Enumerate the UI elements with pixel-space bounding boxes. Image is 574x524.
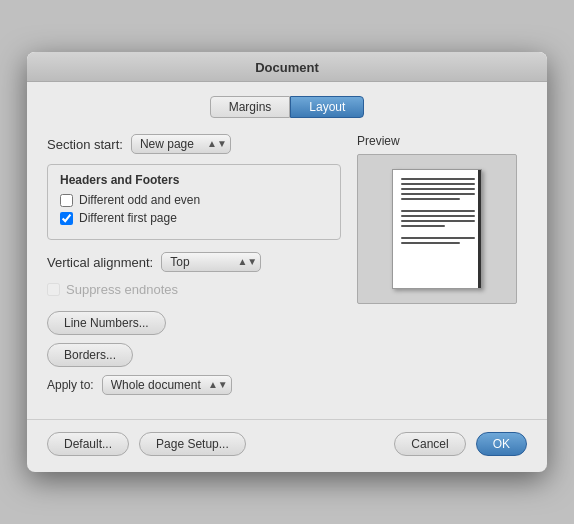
odd-even-checkbox[interactable] [60, 194, 73, 207]
preview-line-10 [401, 237, 475, 239]
tab-bar: Margins Layout [47, 96, 527, 118]
headers-footers-title: Headers and Footers [60, 173, 328, 187]
apply-to-select-wrap: Whole document This section This point f… [102, 375, 232, 395]
tab-layout[interactable]: Layout [290, 96, 364, 118]
cancel-button[interactable]: Cancel [394, 432, 465, 456]
preview-line-1 [401, 178, 475, 180]
preview-line-4 [401, 193, 475, 195]
apply-to-label: Apply to: [47, 378, 94, 392]
dialog-title: Document [27, 52, 547, 82]
preview-line-7 [401, 215, 475, 217]
preview-line-2 [401, 183, 475, 185]
vertical-alignment-select-wrap: Top Center Justified Bottom ▲▼ [161, 252, 261, 272]
first-page-checkbox[interactable] [60, 212, 73, 225]
vertical-alignment-label: Vertical alignment: [47, 255, 153, 270]
section-start-select[interactable]: New page Continuous New column Even page… [131, 134, 231, 154]
first-page-label: Different first page [79, 211, 177, 225]
preview-spacer [401, 203, 475, 207]
preview-box [357, 154, 517, 304]
section-start-label: Section start: [47, 137, 123, 152]
apply-to-select[interactable]: Whole document This section This point f… [102, 375, 232, 395]
preview-label: Preview [357, 134, 527, 148]
dialog-footer: Default... Page Setup... Cancel OK [27, 419, 547, 472]
preview-line-9 [401, 225, 445, 227]
first-page-row: Different first page [60, 211, 328, 225]
preview-page [392, 169, 482, 289]
page-setup-button[interactable]: Page Setup... [139, 432, 246, 456]
odd-even-row: Different odd and even [60, 193, 328, 207]
preview-line-6 [401, 210, 475, 212]
footer-left-buttons: Default... Page Setup... [47, 432, 246, 456]
preview-line-11 [401, 242, 460, 244]
borders-button[interactable]: Borders... [47, 343, 133, 367]
default-button[interactable]: Default... [47, 432, 129, 456]
document-dialog: Document Margins Layout Section start: N… [27, 52, 547, 472]
preview-line-8 [401, 220, 475, 222]
preview-spacer-2 [401, 230, 475, 234]
ok-button[interactable]: OK [476, 432, 527, 456]
section-start-select-wrap: New page Continuous New column Even page… [131, 134, 231, 154]
headers-footers-group: Headers and Footers Different odd and ev… [47, 164, 341, 240]
line-numbers-button[interactable]: Line Numbers... [47, 311, 166, 335]
suppress-endnotes-checkbox [47, 283, 60, 296]
preview-line-5 [401, 198, 460, 200]
preview-line-3 [401, 188, 475, 190]
odd-even-label: Different odd and even [79, 193, 200, 207]
footer-right-buttons: Cancel OK [394, 432, 527, 456]
tab-margins[interactable]: Margins [210, 96, 291, 118]
suppress-endnotes-label: Suppress endnotes [66, 282, 178, 297]
vertical-alignment-select[interactable]: Top Center Justified Bottom [161, 252, 261, 272]
